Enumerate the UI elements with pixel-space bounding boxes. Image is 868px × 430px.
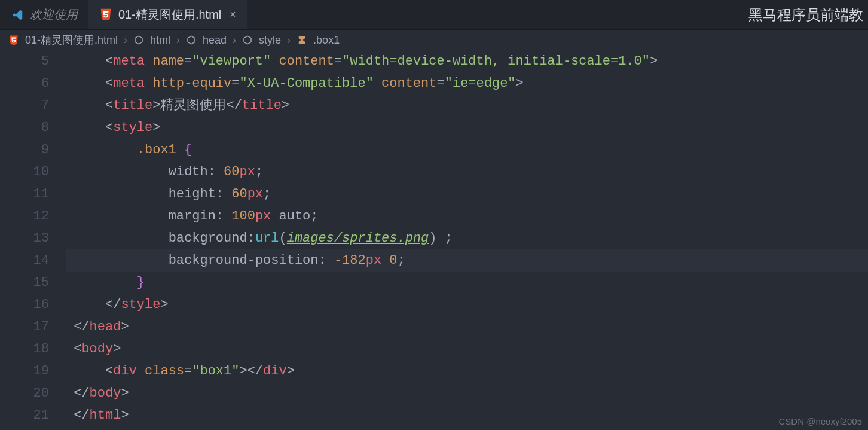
code-line: <style> <box>66 117 868 139</box>
code-editor[interactable]: 5 6 7 8 9 10 11 12 13 14 15 16 17 18 19 … <box>0 50 868 430</box>
line-number: 10 <box>0 161 49 183</box>
line-number: 8 <box>0 117 49 139</box>
tab-label: 欢迎使用 <box>30 7 78 23</box>
breadcrumb-item: head <box>203 34 227 47</box>
line-number: 5 <box>0 50 49 72</box>
code-line: <body> <box>66 338 868 360</box>
block-icon <box>242 35 253 45</box>
line-number: 11 <box>0 183 49 205</box>
code-line: <meta name="viewport" content="width=dev… <box>66 50 868 72</box>
line-number: 15 <box>0 272 49 294</box>
code-line: <meta http-equiv="X-UA-Compatible" conte… <box>66 72 868 94</box>
line-number: 16 <box>0 294 49 316</box>
chevron-right-icon: › <box>124 34 127 47</box>
chevron-right-icon: › <box>287 34 291 47</box>
code-line: </head> <box>66 316 868 338</box>
breadcrumb-file: 01-精灵图使用.html <box>25 33 118 47</box>
line-number: 21 <box>0 404 49 426</box>
code-line: background:url(images/sprites.png) ; <box>66 227 868 249</box>
vscode-icon <box>11 8 24 22</box>
code-line: <div class="box1"></div> <box>66 360 868 382</box>
code-area[interactable]: <meta name="viewport" content="width=dev… <box>66 50 868 430</box>
code-line: .box1 { <box>66 139 868 161</box>
line-number: 13 <box>0 227 49 249</box>
code-line: } <box>66 272 868 294</box>
tab-active-file[interactable]: 01-精灵图使用.html × <box>88 0 247 29</box>
html5-icon <box>8 35 19 45</box>
line-number: 19 <box>0 360 49 382</box>
code-line: background-position: -182px 0; <box>66 249 868 272</box>
line-number: 9 <box>0 139 49 161</box>
code-line: </html> <box>66 404 868 426</box>
line-number: 6 <box>0 72 49 94</box>
code-line: <title>精灵图使用</title> <box>66 94 868 117</box>
breadcrumb[interactable]: 01-精灵图使用.html › html › head › style › .b… <box>0 30 868 50</box>
chevron-right-icon: › <box>176 34 180 47</box>
header-title: 黑马程序员前端教 <box>744 0 868 29</box>
line-number: 14 <box>0 249 49 272</box>
line-number-gutter: 5 6 7 8 9 10 11 12 13 14 15 16 17 18 19 … <box>0 50 66 430</box>
tab-welcome[interactable]: 欢迎使用 <box>0 0 88 29</box>
code-line: </style> <box>66 294 868 316</box>
code-line: </body> <box>66 382 868 404</box>
line-number: 12 <box>0 205 49 227</box>
line-number: 18 <box>0 338 49 360</box>
block-icon <box>186 35 197 45</box>
line-number: 7 <box>0 94 49 117</box>
watermark: CSDN @neoxyf2005 <box>779 416 862 426</box>
tab-bar: 欢迎使用 01-精灵图使用.html × 黑马程序员前端教 <box>0 0 868 30</box>
code-line: height: 60px; <box>66 183 868 205</box>
breadcrumb-item: .box1 <box>313 34 340 47</box>
line-number: 17 <box>0 316 49 338</box>
code-line: width: 60px; <box>66 161 868 183</box>
block-icon <box>133 35 144 45</box>
html5-icon <box>99 8 112 21</box>
close-icon[interactable]: × <box>230 8 236 21</box>
breadcrumb-item: style <box>259 34 281 47</box>
code-line: margin: 100px auto; <box>66 205 868 227</box>
css-class-icon <box>297 35 307 45</box>
chevron-right-icon: › <box>233 34 236 47</box>
breadcrumb-item: html <box>150 34 170 47</box>
tab-label: 01-精灵图使用.html <box>118 7 221 23</box>
line-number: 20 <box>0 382 49 404</box>
